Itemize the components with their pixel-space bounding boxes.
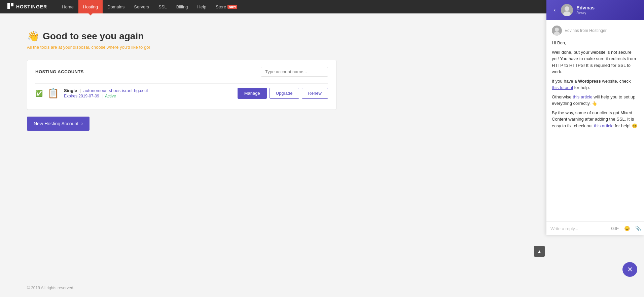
nav-billing[interactable]: Billing — [172, 0, 193, 13]
nav-links: Home Hosting Domains Servers SSL Billing… — [57, 0, 614, 13]
emoji-button[interactable]: 😊 — [623, 225, 631, 232]
account-left: ✅ 📋 Single | autonomous-shoes-israel-hg.… — [35, 88, 148, 99]
chat-panel: ‹ Edvinas Away Edvinas from Hostinger — [546, 0, 644, 235]
chat-status: Away — [576, 10, 595, 15]
attachment-button[interactable]: 📎 — [634, 225, 642, 232]
account-title: Single | autonomous-shoes-israel-hg.co.i… — [64, 88, 148, 93]
main-content: 👋 Good to see you again All the tools ar… — [0, 13, 424, 144]
chat-input-area: GIF 😊 📎 — [546, 221, 644, 235]
greeting-sub: All the tools are at your disposal, choo… — [27, 45, 397, 50]
chat-username: Edvinas — [576, 5, 595, 10]
chat-agent-name: Edvinas from Hostinger — [565, 28, 607, 33]
svg-rect-1 — [11, 3, 13, 6]
close-chat-button[interactable]: ✕ — [622, 262, 637, 277]
greeting-text: Good to see you again — [43, 31, 144, 42]
chat-message-1: Hi Ben, Well done, but your website is n… — [552, 40, 639, 132]
svg-point-6 — [565, 6, 569, 11]
scroll-top-button[interactable]: ▲ — [534, 246, 545, 257]
logo-icon — [7, 2, 14, 11]
nav-domains[interactable]: Domains — [103, 0, 129, 13]
account-actions: Manage Upgrade Renew — [238, 88, 328, 99]
account-info: Single | autonomous-shoes-israel-hg.co.i… — [64, 88, 148, 98]
upgrade-button[interactable]: Upgrade — [270, 88, 299, 99]
brand-name: HOSTINGER — [16, 4, 47, 9]
new-hosting-label: New Hosting Account — [34, 121, 78, 126]
chat-user-info: Edvinas Away — [576, 5, 595, 15]
hosting-account-icon: 📋 — [47, 88, 59, 99]
meta-separator: | — [102, 94, 103, 98]
svg-point-9 — [555, 28, 559, 32]
search-input[interactable] — [261, 67, 328, 77]
nav-store[interactable]: Store NEW — [211, 0, 242, 13]
hosting-card-header: HOSTING ACCOUNTS — [35, 67, 328, 77]
article-link-2[interactable]: this article — [594, 123, 614, 128]
nav-home[interactable]: Home — [57, 0, 78, 13]
store-new-badge: NEW — [227, 5, 237, 9]
account-domain: autonomous-shoes-israel-hg.co.il — [83, 88, 148, 93]
svg-rect-0 — [7, 3, 10, 9]
chat-messages: Edvinas from Hostinger Hi Ben, Well done… — [546, 20, 644, 221]
nav-servers[interactable]: Servers — [129, 0, 154, 13]
account-meta: Expires 2019-07-09 | Active — [64, 94, 148, 98]
footer: © 2019 All rights reserved. — [27, 286, 74, 290]
new-hosting-account-button[interactable]: New Hosting Account › — [27, 117, 90, 131]
check-circle-icon: ✅ — [35, 90, 43, 97]
nav-help[interactable]: Help — [192, 0, 211, 13]
brand[interactable]: HOSTINGER — [7, 2, 47, 11]
hosting-account-row: ✅ 📋 Single | autonomous-shoes-israel-hg.… — [35, 83, 328, 103]
manage-button[interactable]: Manage — [238, 88, 267, 99]
separator: | — [80, 88, 81, 93]
chat-back-button[interactable]: ‹ — [552, 7, 558, 13]
close-icon: ✕ — [627, 265, 633, 273]
hosting-accounts-card: HOSTING ACCOUNTS ✅ 📋 Single | autonomous… — [27, 60, 336, 110]
greeting-wave: 👋 — [27, 30, 39, 42]
hosting-section-title: HOSTING ACCOUNTS — [35, 69, 84, 74]
gif-button[interactable]: GIF — [610, 225, 620, 232]
chat-reply-input[interactable] — [550, 226, 607, 231]
article-link-1[interactable]: this article — [573, 94, 593, 99]
nav-ssl[interactable]: SSL — [154, 0, 172, 13]
chat-agent-avatar-header — [561, 4, 573, 16]
chat-header: ‹ Edvinas Away — [546, 0, 644, 20]
greeting: 👋 Good to see you again — [27, 30, 397, 42]
chat-agent-avatar-msg — [552, 26, 562, 36]
account-status: Active — [105, 94, 116, 98]
nav-hosting[interactable]: Hosting — [78, 0, 103, 13]
account-expiry: Expires 2019-07-09 — [64, 94, 99, 98]
footer-text: © 2019 All rights reserved. — [27, 286, 74, 290]
renew-button[interactable]: Renew — [302, 88, 328, 99]
chat-agent-info: Edvinas from Hostinger — [552, 26, 639, 36]
tutorial-link[interactable]: this tutorial — [552, 85, 573, 90]
plan-name: Single — [64, 88, 77, 93]
arrow-right-icon: › — [81, 121, 83, 127]
